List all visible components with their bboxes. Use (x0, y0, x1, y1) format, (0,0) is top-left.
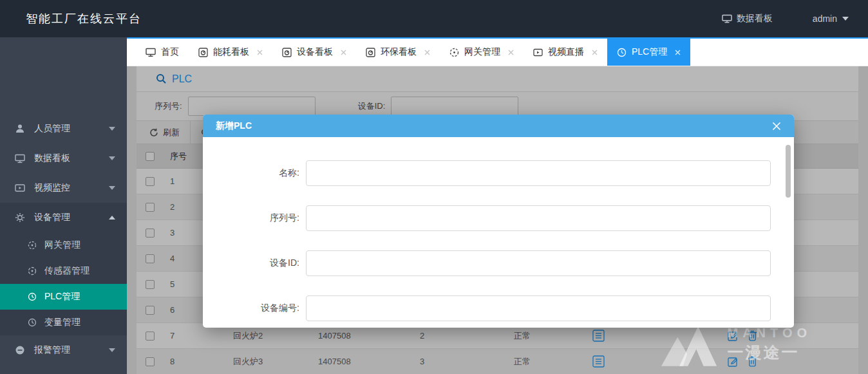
sidebar-item-personnel[interactable]: 人员管理 (0, 114, 127, 144)
header-dashboard-label: 数据看板 (737, 13, 773, 24)
username: admin (813, 14, 837, 24)
tab-home[interactable]: 首页 (136, 39, 189, 66)
sidebar-item-label: 设备管理 (34, 212, 70, 223)
chevron-down-icon (109, 127, 115, 131)
close-tab-icon[interactable] (424, 50, 430, 55)
close-tab-icon[interactable] (341, 50, 346, 55)
monitor-icon (14, 154, 26, 164)
sidebar-item-variables[interactable]: 变量管理 (0, 310, 127, 335)
sidebar-item-gateway[interactable]: 网关管理 (0, 232, 127, 258)
content-area: PLC 序列号: 设备ID: 刷新 (127, 66, 868, 374)
close-tab-icon[interactable] (257, 50, 263, 55)
dashboard-icon (198, 48, 208, 57)
tab-label: PLC管理 (632, 46, 667, 58)
tab-label: 设备看板 (297, 46, 333, 58)
close-icon[interactable] (772, 122, 781, 131)
watermark-line1: MANTOO (727, 326, 811, 341)
modal-device-id-input[interactable] (306, 250, 771, 276)
modal-header: 新增PLC (203, 115, 794, 137)
sidebar-item-label: 传感器管理 (44, 265, 90, 277)
modal-serial-label: 序列号: (203, 212, 306, 224)
user-menu[interactable]: admin (813, 14, 849, 24)
modal-device-code-input[interactable] (306, 295, 771, 321)
close-tab-icon[interactable] (592, 50, 598, 55)
mantoo-watermark: MANTOO 一漫途一 (661, 321, 811, 368)
mantoo-logo-icon (661, 321, 718, 368)
clock-icon (27, 318, 37, 327)
chevron-up-icon (109, 216, 115, 220)
header-dashboard-link[interactable]: 数据看板 (722, 13, 773, 24)
modal-body: 名称: 序列号: 设备ID: 设备编号: (203, 137, 794, 328)
sidebar-item-dashboard[interactable]: 数据看板 (0, 144, 127, 173)
tab-plc[interactable]: PLC管理 (607, 39, 690, 66)
chevron-down-icon (109, 186, 115, 190)
tab-environment-board[interactable]: 环保看板 (356, 39, 440, 66)
close-tab-icon[interactable] (675, 50, 681, 55)
tab-label: 网关管理 (464, 46, 500, 58)
sidebar-item-plc[interactable]: PLC管理 (0, 284, 127, 310)
sidebar-item-video[interactable]: 视频监控 (0, 173, 127, 203)
monitor-icon (722, 14, 732, 23)
modal-title: 新增PLC (216, 120, 252, 132)
clock-icon (27, 292, 37, 301)
dashboard-icon (282, 48, 292, 57)
close-tab-icon[interactable] (508, 50, 514, 55)
chevron-down-icon (109, 348, 115, 352)
tab-bar: 首页 能耗看板 设备看板 (127, 39, 868, 66)
dashboard-icon (366, 48, 375, 57)
chevron-down-icon (842, 17, 849, 21)
modal-device-id-label: 设备ID: (203, 257, 306, 269)
modal-serial-input[interactable] (306, 205, 771, 231)
tab-label: 能耗看板 (213, 46, 249, 58)
minus-circle-icon (14, 345, 26, 355)
modal-name-input[interactable] (306, 160, 771, 186)
clock-icon (617, 48, 627, 57)
sidebar-item-devices[interactable]: 设备管理 (0, 203, 127, 232)
sidebar-item-label: 报警管理 (34, 344, 70, 356)
sidebar-item-label: 网关管理 (44, 239, 80, 251)
app-header: 智能工厂在线云平台 数据看板 admin (0, 0, 868, 37)
app-title: 智能工厂在线云平台 (26, 11, 142, 26)
sidebar-item-alarms[interactable]: 报警管理 (0, 335, 127, 365)
modal-device-code-label: 设备编号: (203, 303, 306, 314)
sensor-icon (27, 266, 37, 276)
monitor-icon (146, 48, 156, 57)
add-plc-modal: 新增PLC 名称: 序列号: 设备ID: (203, 115, 794, 328)
sidebar: 人员管理 数据看板 视频监控 (0, 37, 127, 374)
chevron-down-icon (109, 156, 115, 160)
sidebar-item-label: 变量管理 (44, 317, 80, 328)
user-icon (14, 124, 26, 134)
sidebar-item-label: 人员管理 (34, 123, 70, 135)
gear-icon (14, 212, 26, 223)
tab-live-video[interactable]: 视频直播 (524, 39, 607, 66)
sidebar-item-label: 数据看板 (34, 153, 70, 164)
modal-name-label: 名称: (203, 167, 306, 179)
sidebar-item-label: PLC管理 (44, 291, 80, 303)
watermark-line2: 一漫途一 (727, 342, 811, 363)
video-icon (14, 183, 26, 192)
tab-device-board[interactable]: 设备看板 (272, 39, 356, 66)
sidebar-item-label: 视频监控 (34, 182, 70, 194)
modal-vertical-scrollbar[interactable] (786, 145, 791, 198)
tab-gateway[interactable]: 网关管理 (440, 39, 524, 66)
tab-label: 首页 (161, 46, 179, 58)
tab-label: 环保看板 (381, 46, 417, 58)
gateway-icon (449, 48, 459, 57)
sidebar-item-sensors[interactable]: 传感器管理 (0, 258, 127, 284)
video-icon (533, 48, 543, 57)
tab-label: 视频直播 (548, 46, 584, 58)
gateway-icon (27, 241, 37, 250)
tab-energy-board[interactable]: 能耗看板 (189, 39, 272, 66)
